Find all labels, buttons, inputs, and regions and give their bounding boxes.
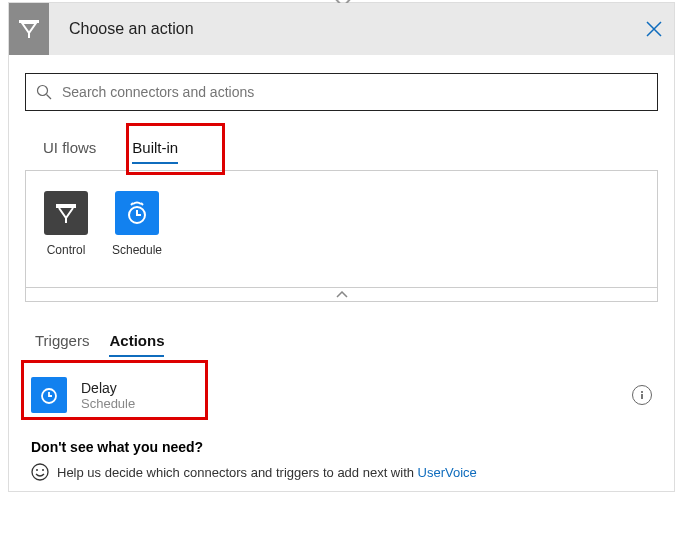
uservoice-link[interactable]: UserVoice <box>418 465 477 480</box>
tab-built-in[interactable]: Built-in <box>114 129 196 166</box>
svg-point-12 <box>32 464 48 480</box>
choose-action-panel: Choose an action UI flows Built-in Contr… <box>8 2 675 492</box>
footer-heading: Don't see what you need? <box>31 439 652 455</box>
action-info-button[interactable] <box>632 385 652 405</box>
action-title: Delay <box>81 380 618 396</box>
svg-line-3 <box>47 95 52 100</box>
svg-point-10 <box>641 391 643 393</box>
tile-schedule-label: Schedule <box>112 243 162 257</box>
panel-header-icon <box>9 3 49 55</box>
tile-control[interactable]: Control <box>44 191 88 257</box>
tab-triggers[interactable]: Triggers <box>35 328 89 357</box>
action-subtitle: Schedule <box>81 396 618 411</box>
tab-ui-flows[interactable]: UI flows <box>25 129 114 166</box>
search-box[interactable] <box>25 73 658 111</box>
close-button[interactable] <box>634 9 674 49</box>
search-input[interactable] <box>62 84 647 100</box>
tile-control-label: Control <box>47 243 86 257</box>
smiley-icon <box>31 463 49 481</box>
collapse-toggle[interactable] <box>25 288 658 302</box>
panel-title: Choose an action <box>69 20 634 38</box>
svg-point-2 <box>38 86 48 96</box>
close-icon <box>646 21 662 37</box>
category-tabs: UI flows Built-in <box>25 129 658 166</box>
footer: Don't see what you need? Help us decide … <box>25 439 658 481</box>
action-list: Delay Schedule <box>25 369 658 421</box>
svg-point-14 <box>42 469 44 471</box>
svg-rect-11 <box>641 394 643 399</box>
tab-actions[interactable]: Actions <box>109 328 164 357</box>
action-delay[interactable]: Delay Schedule <box>25 369 658 421</box>
chevron-up-icon <box>336 291 348 299</box>
footer-text: Help us decide which connectors and trig… <box>57 465 477 480</box>
control-icon <box>44 191 88 235</box>
connector-tiles: Control Schedule <box>25 170 658 288</box>
list-tabs: Triggers Actions <box>35 328 648 357</box>
search-icon <box>36 84 52 100</box>
svg-line-8 <box>141 203 143 205</box>
panel-header: Choose an action <box>9 3 674 55</box>
action-text: Delay Schedule <box>81 380 618 411</box>
delay-icon <box>31 377 67 413</box>
svg-rect-4 <box>56 204 76 208</box>
tile-schedule[interactable]: Schedule <box>112 191 162 257</box>
schedule-icon <box>115 191 159 235</box>
svg-line-7 <box>131 203 133 205</box>
info-icon <box>637 390 647 400</box>
svg-point-13 <box>36 469 38 471</box>
